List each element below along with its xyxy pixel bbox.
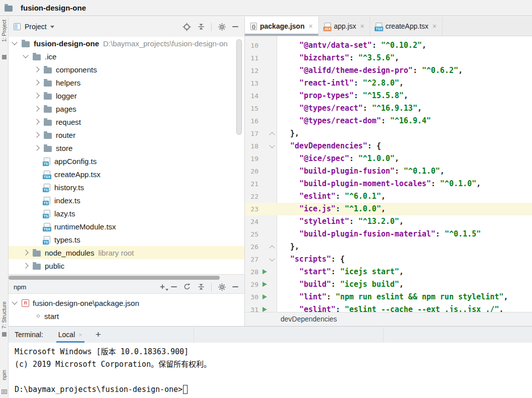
code-line[interactable]: 10 "@antv/data-set": "^0.10.2", — [245, 39, 532, 52]
code-line[interactable]: 14 "prop-types": "^15.5.8", — [245, 90, 532, 102]
scrollbar-thumb[interactable] — [9, 276, 220, 280]
code-line[interactable]: 31 "eslint": "eslint --cache --ext .js,.… — [245, 303, 532, 312]
code-line[interactable]: 20 "build-plugin-fusion": "^0.1.0", — [245, 165, 532, 178]
code-line[interactable]: 15 "@types/react": "^16.9.13", — [245, 102, 532, 115]
chevron-collapsed-icon[interactable] — [34, 66, 39, 72]
collapse-all-icon[interactable] — [197, 23, 205, 31]
chevron-collapsed-icon[interactable] — [23, 250, 28, 255]
chevron-expanded-icon[interactable] — [12, 39, 17, 45]
close-icon[interactable]: × — [360, 22, 364, 30]
tree-row[interactable]: lazy.ts — [9, 207, 244, 220]
refresh-icon[interactable] — [183, 283, 191, 291]
stripe-structure-button[interactable]: 7: Structure — [1, 301, 7, 329]
tree-row[interactable]: history.ts — [9, 181, 244, 194]
project-tool-icon[interactable] — [2, 55, 7, 59]
fold-end-icon[interactable] — [269, 132, 275, 137]
tree-row[interactable]: node_moduleslibrary root — [9, 246, 244, 259]
npm-tree-row[interactable]: start — [9, 309, 244, 323]
tree-row[interactable]: store — [9, 141, 244, 154]
chevron-collapsed-icon[interactable] — [34, 132, 39, 137]
code-line[interactable]: 18 "devDependencies": { — [245, 140, 532, 152]
code-line[interactable]: 23 "ice.js": "^1.0.0", — [245, 203, 532, 215]
code-line[interactable]: 29 "build": "icejs build", — [245, 278, 532, 291]
gear-icon[interactable] — [218, 283, 226, 291]
close-icon[interactable]: × — [309, 22, 313, 30]
tree-row[interactable]: index.ts — [9, 194, 244, 207]
npm-tree-row[interactable]: nfusion-design-one\package.json — [9, 296, 244, 309]
chevron-collapsed-icon[interactable] — [34, 79, 39, 85]
tree-row[interactable]: pages — [9, 102, 244, 115]
run-script-icon[interactable] — [262, 294, 267, 299]
code-line[interactable]: 30 "lint": "npm run eslint && npm run st… — [245, 291, 532, 303]
code-line[interactable]: 26 }, — [245, 241, 532, 253]
terminal-output[interactable]: Microsoft Windows [版本 10.0.18363.900](c)… — [9, 343, 532, 398]
terminal-tab-local[interactable]: Local × — [56, 327, 84, 343]
tree-row[interactable]: .ice — [9, 50, 244, 63]
project-panel-title[interactable]: Project — [25, 23, 47, 31]
tree-row[interactable]: appConfig.ts — [9, 154, 244, 168]
code-line[interactable]: 11 "bizcharts": "^3.5.6", — [245, 52, 532, 64]
hide-panel-icon[interactable] — [232, 286, 238, 287]
gear-icon[interactable] — [218, 23, 226, 31]
tree-row[interactable]: public — [9, 259, 244, 272]
add-icon[interactable]: + — [160, 283, 165, 290]
new-terminal-button[interactable]: + — [96, 329, 101, 340]
close-icon[interactable]: × — [432, 22, 436, 30]
code-line[interactable]: 25 "build-plugin-fusion-material": "^0.1… — [245, 228, 532, 241]
fold-start-icon[interactable] — [269, 256, 275, 261]
code-line[interactable]: 22 "eslint": "^6.0.1", — [245, 190, 532, 203]
structure-tool-icon[interactable] — [2, 332, 7, 337]
tree-horizontal-scrollbar[interactable] — [9, 274, 244, 280]
tab-package-json[interactable]: package.json × — [245, 17, 319, 36]
tab-app-jsx[interactable]: app.jsx × — [319, 17, 371, 36]
tree-vertical-scrollbar[interactable] — [236, 39, 242, 135]
tree-row[interactable]: fusion-design-oneD:\baymax_projects\fusi… — [9, 37, 244, 50]
tree-row[interactable]: types.ts — [9, 233, 244, 246]
chevron-collapsed-icon[interactable] — [34, 119, 39, 124]
code-token: : — [331, 267, 340, 276]
tab-createapp-tsx[interactable]: createApp.tsx × — [370, 17, 442, 36]
code-line[interactable]: 21 "build-plugin-moment-locales": "^0.1.… — [245, 178, 532, 190]
code-line[interactable]: 19 "@ice/spec": "^1.0.0", — [245, 152, 532, 165]
terminal-tool-icon[interactable] — [2, 389, 7, 394]
code-line[interactable]: 24 "stylelint": "^13.2.0", — [245, 215, 532, 228]
chevron-collapsed-icon[interactable] — [34, 145, 39, 150]
line-number: 10 — [245, 39, 261, 52]
line-number: 13 — [245, 77, 261, 90]
code-line[interactable]: 13 "react-intl": "^2.8.0", — [245, 77, 532, 90]
breadcrumb[interactable]: devDependencies — [245, 312, 532, 326]
code-line[interactable]: 27 "scripts": { — [245, 253, 532, 266]
code-line[interactable]: 16 "@types/react-dom": "^16.9.4" — [245, 115, 532, 127]
chevron-collapsed-icon[interactable] — [23, 263, 28, 268]
chevron-collapsed-icon[interactable] — [34, 106, 39, 111]
hide-panel-icon[interactable] — [232, 26, 238, 27]
tree-row[interactable]: createApp.tsx — [9, 168, 244, 181]
chevron-collapsed-icon[interactable] — [34, 93, 39, 98]
fold-end-icon[interactable] — [269, 245, 275, 251]
tree-row[interactable]: runtimeModule.tsx — [9, 220, 244, 233]
code-token: "^1.0.0" — [344, 204, 381, 213]
close-icon[interactable]: × — [78, 331, 82, 339]
tree-row[interactable]: router — [9, 128, 244, 141]
code-line[interactable]: 28 "start": "icejs start", — [245, 266, 532, 278]
remove-icon[interactable] — [171, 286, 177, 287]
tree-row[interactable]: request — [9, 115, 244, 128]
stripe-npm-button[interactable]: npm — [1, 370, 7, 380]
tree-row[interactable]: logger — [9, 89, 244, 102]
fold-start-icon[interactable] — [269, 142, 275, 148]
run-script-icon[interactable] — [262, 307, 267, 312]
terminal-cursor[interactable] — [183, 385, 188, 394]
code-editor[interactable]: 10 "@antv/data-set": "^0.10.2",11 "bizch… — [245, 36, 532, 312]
chevron-down-icon[interactable] — [50, 26, 54, 28]
tree-row[interactable]: components — [9, 63, 244, 76]
locate-icon[interactable] — [183, 23, 191, 31]
run-script-icon[interactable] — [262, 282, 267, 287]
stripe-project-button[interactable]: 1: Project — [1, 20, 7, 42]
code-line[interactable]: 17 }, — [245, 127, 532, 140]
run-script-icon[interactable] — [262, 269, 267, 274]
collapse-all-icon[interactable] — [197, 283, 205, 291]
tree-row[interactable]: helpers — [9, 76, 244, 89]
code-line[interactable]: 12 "@alifd/theme-design-pro": "^0.6.2", — [245, 64, 532, 77]
chevron-expanded-icon[interactable] — [23, 52, 28, 58]
chevron-expanded-icon[interactable] — [12, 299, 17, 304]
